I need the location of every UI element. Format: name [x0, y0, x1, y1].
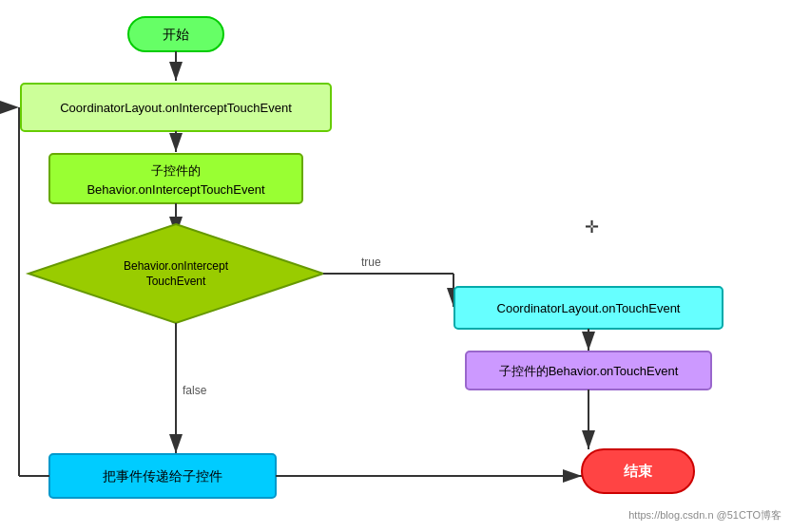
node1-label: CoordinatorLayout.onInterceptTouchEvent: [60, 101, 292, 115]
node2-label-line1: 子控件的: [151, 163, 201, 178]
diagram-container: 开始 CoordinatorLayout.onInterceptTouchEve…: [0, 0, 791, 532]
diamond-label-line2: TouchEvent: [146, 275, 206, 288]
start-label: 开始: [163, 27, 189, 42]
false-label: false: [183, 384, 207, 397]
node-true2-label: 子控件的Behavior.onTouchEvent: [499, 364, 679, 378]
diamond-label-line1: Behavior.onIntercept: [124, 259, 229, 273]
node2-label-line2: Behavior.onInterceptTouchEvent: [87, 182, 265, 197]
diamond-node: [29, 224, 323, 323]
node-false-label: 把事件传递给子控件: [103, 468, 222, 484]
cursor-icon: ✛: [585, 218, 599, 237]
node-true1-label: CoordinatorLayout.onTouchEvent: [497, 301, 681, 315]
end-label: 结束: [623, 463, 653, 479]
flowchart: 开始 CoordinatorLayout.onInterceptTouchEve…: [0, 0, 791, 532]
true-label: true: [361, 256, 381, 269]
